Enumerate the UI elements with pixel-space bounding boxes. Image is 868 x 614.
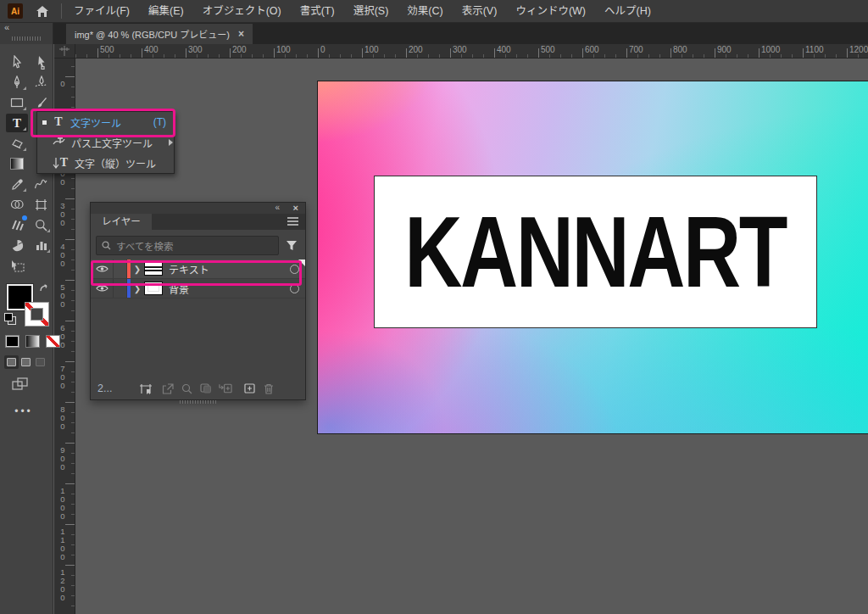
menu-item-3[interactable]: 書式(T) (291, 0, 344, 22)
type-tool[interactable]: T (6, 114, 28, 132)
lock-cell[interactable] (114, 279, 127, 298)
menu-item-6[interactable]: 表示(V) (453, 0, 507, 22)
h-ruler-label: 500 (100, 45, 114, 54)
artboard-tool[interactable] (30, 195, 52, 214)
flyout-item-type-tool[interactable]: T 文字ツール (T) (37, 112, 174, 132)
h-ruler-label: 800 (673, 45, 687, 54)
export-icon[interactable] (161, 382, 175, 395)
search-icon (102, 241, 111, 250)
pen-tool[interactable] (6, 73, 28, 92)
layer-name[interactable]: テキスト (169, 262, 283, 276)
logo-card[interactable]: KANNART (374, 176, 817, 328)
h-ruler-label: 300 (453, 45, 467, 54)
home-icon[interactable] (36, 5, 49, 18)
stroke-color-swatch[interactable] (25, 302, 49, 327)
menu-item-1[interactable]: 編集(E) (139, 0, 193, 22)
flyout-item-label: パス上文字ツール (71, 136, 153, 150)
column-graph-tool[interactable] (30, 236, 52, 254)
rectangle-tool[interactable] (6, 93, 28, 112)
close-tab-icon[interactable]: × (238, 29, 244, 39)
visibility-eye-icon[interactable] (91, 279, 114, 298)
panel-resize-handle[interactable] (180, 400, 217, 404)
v-ruler-label: 400 (58, 242, 67, 267)
h-ruler-label: 700 (629, 45, 643, 54)
v-ruler-label: 300 (58, 201, 67, 226)
layer-row-0[interactable]: ❯テキスト (91, 260, 305, 279)
swap-fill-stroke-icon[interactable] (39, 282, 49, 298)
selection-tool[interactable] (6, 53, 28, 71)
delete-icon[interactable] (262, 382, 275, 395)
draw-inside-button[interactable] (33, 355, 47, 369)
new-layer-icon[interactable] (242, 382, 256, 395)
screen-mode-icon[interactable] (12, 377, 29, 394)
menu-separator (61, 3, 62, 19)
h-ruler-label: 100 (364, 45, 379, 54)
eraser-tool[interactable] (6, 134, 28, 153)
draw-behind-button[interactable] (19, 355, 33, 369)
menu-item-0[interactable]: ファイル(F) (64, 0, 139, 22)
tab-layers[interactable]: レイヤー (91, 214, 152, 230)
lock-cell[interactable] (114, 260, 127, 278)
search-input[interactable]: すべてを検索 (96, 236, 279, 255)
flyout-item-vertical-type-tool[interactable]: T 文字（縦）ツール (37, 153, 174, 173)
illustrator-logo-icon[interactable]: Ai (8, 3, 23, 19)
visibility-eye-icon[interactable] (91, 260, 114, 278)
rotate-view-tool[interactable] (6, 215, 28, 234)
artwork-headline: KANNART (405, 202, 787, 302)
layer-thumbnail[interactable] (144, 282, 163, 295)
document-tab[interactable]: img* @ 40 % (RGB/CPU プレビュー) × (66, 24, 253, 44)
flyout-corner-icon (23, 107, 26, 110)
flyout-corner-icon (23, 87, 26, 90)
eyedropper-tool[interactable] (6, 175, 28, 193)
menu-item-4[interactable]: 選択(S) (344, 0, 398, 22)
paintbrush-tool[interactable] (30, 93, 52, 112)
collapse-panel-icon[interactable]: « (275, 203, 280, 213)
panel-menu-icon[interactable] (287, 216, 299, 229)
slice-selection-tool[interactable] (6, 256, 28, 275)
menu-item-8[interactable]: ヘルプ(H) (595, 0, 660, 22)
toolbar-dock-header: « (0, 22, 53, 44)
new-sublayer-icon[interactable] (219, 382, 232, 395)
layer-name[interactable]: 背景 (169, 282, 283, 296)
zoom-tool[interactable] (30, 215, 52, 234)
layer-row-1[interactable]: ❯背景 (91, 279, 305, 299)
menu-item-7[interactable]: ウィンドウ(W) (506, 0, 595, 22)
menu-item-5[interactable]: 効果(C) (398, 0, 452, 22)
horizontal-ruler[interactable]: 5004003002001000100200300400500600700800… (54, 44, 868, 59)
flyout-item-label: 文字（縦）ツール (75, 156, 156, 170)
v-ruler-label: 1200 (58, 567, 67, 601)
target-circle-icon[interactable] (283, 284, 305, 293)
shaper-tool[interactable] (30, 175, 52, 193)
h-ruler-label: 500 (541, 45, 555, 54)
locate-object-icon[interactable] (180, 382, 193, 395)
flyout-item-type-on-path-tool[interactable]: パス上文字ツール (37, 132, 174, 153)
shape-builder-tool[interactable] (6, 195, 28, 214)
edit-toolbar-icon[interactable]: ••• (0, 405, 47, 417)
pie-graph-tool[interactable] (6, 236, 28, 254)
expand-layer-icon[interactable]: ❯ (131, 265, 144, 274)
artboard[interactable]: KANNART (317, 81, 868, 434)
dock-drag-handle[interactable] (12, 36, 42, 41)
menu-item-2[interactable]: オブジェクト(O) (193, 0, 291, 22)
h-ruler-label: 1000 (761, 45, 780, 54)
color-button[interactable] (5, 335, 19, 348)
collapse-panel-icon[interactable]: « (4, 22, 9, 32)
tab-bar: « img* @ 40 % (RGB/CPU プレビュー) × (0, 22, 868, 44)
expand-layer-icon[interactable]: ❯ (131, 284, 144, 293)
ruler-origin-corner[interactable] (54, 44, 75, 59)
layer-thumbnail[interactable] (144, 262, 163, 276)
flyout-tearoff-arrow-icon[interactable] (169, 139, 173, 146)
filter-icon[interactable] (283, 240, 300, 251)
gradient-button[interactable] (25, 335, 40, 348)
collect-for-export-icon[interactable] (139, 382, 153, 395)
curvature-tool[interactable] (30, 73, 52, 92)
draw-normal-button[interactable] (4, 355, 19, 369)
layers-search-row: すべてを検索 (96, 237, 300, 254)
panel-title-bar[interactable]: « × (91, 203, 305, 214)
none-button[interactable] (46, 335, 60, 348)
gradient-tool[interactable] (6, 154, 28, 173)
direct-selection-tool[interactable] (30, 53, 52, 71)
close-panel-icon[interactable]: × (293, 203, 298, 213)
flyout-corner-icon (23, 148, 26, 151)
clipping-mask-icon[interactable] (199, 382, 213, 395)
